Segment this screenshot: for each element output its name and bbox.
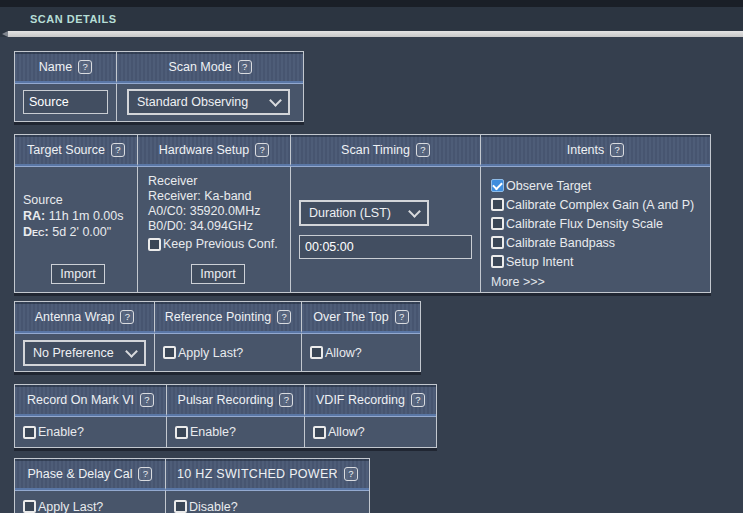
calibrate-bandpass-label: Calibrate Bandpass bbox=[506, 236, 615, 250]
help-icon[interactable]: ? bbox=[111, 143, 125, 157]
reference-pointing-label: Apply Last? bbox=[178, 346, 243, 360]
setup-intent-checkbox[interactable] bbox=[491, 255, 504, 268]
table-row: Apply Last? Disable? bbox=[15, 490, 369, 513]
help-icon[interactable]: ? bbox=[78, 60, 92, 74]
chevron-down-icon bbox=[125, 345, 138, 358]
pulsar-enable-checkbox[interactable] bbox=[175, 426, 188, 439]
help-icon[interactable]: ? bbox=[411, 393, 425, 407]
help-icon[interactable]: ? bbox=[138, 467, 152, 481]
hardware-receiver: Receiver: Ka-band bbox=[148, 189, 288, 204]
timing-type-selected-value: Duration (LST) bbox=[309, 206, 391, 220]
mark-vi-header-label: Record On Mark VI bbox=[27, 393, 134, 407]
target-source-column-header: Target Source? bbox=[15, 135, 137, 166]
mark-vi-enable-checkbox[interactable] bbox=[23, 426, 36, 439]
switched-power-disable-checkbox[interactable] bbox=[174, 500, 187, 513]
calibrate-bandpass-checkbox[interactable] bbox=[491, 236, 504, 249]
help-icon[interactable]: ? bbox=[416, 143, 430, 157]
splitter-arrow-icon bbox=[2, 31, 8, 37]
dec-value: 5d 2' 0.00" bbox=[52, 225, 111, 239]
scan-timing-header-label: Scan Timing bbox=[341, 143, 410, 157]
hardware-title: Receiver bbox=[148, 174, 288, 189]
over-the-top-label: Allow? bbox=[325, 346, 362, 360]
help-icon[interactable]: ? bbox=[277, 310, 291, 324]
over-the-top-column-header: Over The Top? bbox=[301, 302, 420, 333]
reference-pointing-header-label: Reference Pointing bbox=[165, 310, 271, 324]
import-source-button[interactable]: Import bbox=[51, 264, 104, 284]
antenna-wrap-select[interactable]: No Preference bbox=[23, 340, 146, 366]
table-row: No Preference Apply Last? Allow? bbox=[15, 333, 420, 371]
switched-power-column-header: 10 HZ SWITCHED POWER? bbox=[165, 459, 369, 490]
hardware-setup-header-label: Hardware Setup bbox=[159, 143, 249, 157]
calibrate-flux-density-label: Calibrate Flux Density Scale bbox=[506, 217, 663, 231]
help-icon[interactable]: ? bbox=[238, 60, 252, 74]
table-row: Enable? Enable? Allow? bbox=[15, 416, 436, 447]
reference-pointing-column-header: Reference Pointing? bbox=[154, 302, 301, 333]
antenna-wrap-selected-value: No Preference bbox=[33, 346, 114, 360]
target-source-ra: RA: 11h 1m 0.00s bbox=[23, 208, 133, 224]
over-the-top-checkbox[interactable] bbox=[310, 346, 323, 359]
help-icon[interactable]: ? bbox=[120, 310, 134, 324]
dec-label: Dec: bbox=[23, 225, 49, 239]
hardware-setup-column-header: Hardware Setup? bbox=[137, 135, 290, 166]
setup-intent-label: Setup Intent bbox=[506, 255, 573, 269]
calibrate-flux-density-checkbox[interactable] bbox=[491, 217, 504, 230]
scan-mode-column-header: Scan Mode? bbox=[116, 52, 303, 83]
phase-delay-apply-label: Apply Last? bbox=[38, 500, 103, 513]
help-icon[interactable]: ? bbox=[344, 467, 358, 481]
antenna-wrap-column-header: Antenna Wrap? bbox=[15, 302, 154, 333]
help-icon[interactable]: ? bbox=[255, 143, 269, 157]
name-scanmode-table: Name? Scan Mode? Standard Observing bbox=[14, 51, 304, 122]
calibrate-complex-gain-label: Calibrate Complex Gain (A and P) bbox=[506, 198, 694, 212]
scan-timing-column-header: Scan Timing? bbox=[290, 135, 480, 166]
scan-name-input[interactable] bbox=[23, 90, 108, 114]
vdif-recording-column-header: VDIF Recording? bbox=[304, 385, 436, 416]
help-icon[interactable]: ? bbox=[140, 393, 154, 407]
intent-row: Calibrate Flux Density Scale bbox=[491, 214, 708, 233]
hardware-a0c0: A0/C0: 35920.0MHz bbox=[148, 204, 288, 219]
scan-mode-selected-value: Standard Observing bbox=[137, 95, 248, 109]
more-intents-link[interactable]: More >>> bbox=[491, 275, 545, 289]
duration-input[interactable] bbox=[299, 235, 472, 259]
name-header-label: Name bbox=[39, 60, 72, 74]
table-row: Standard Observing bbox=[15, 83, 303, 121]
intents-cell: Observe Target Calibrate Complex Gain (A… bbox=[481, 167, 710, 292]
mark-vi-column-header: Record On Mark VI? bbox=[15, 385, 166, 416]
panel-splitter[interactable] bbox=[8, 31, 743, 37]
vdif-allow-checkbox[interactable] bbox=[313, 426, 326, 439]
timing-type-select[interactable]: Duration (LST) bbox=[299, 200, 429, 226]
phase-delay-column-header: Phase & Delay Cal? bbox=[15, 459, 165, 490]
ra-label: RA: bbox=[23, 209, 45, 223]
switched-power-disable-label: Disable? bbox=[189, 500, 238, 513]
calibrate-complex-gain-checkbox[interactable] bbox=[491, 198, 504, 211]
intents-header-label: Intents bbox=[567, 143, 605, 157]
scan-mode-select[interactable]: Standard Observing bbox=[127, 89, 290, 115]
pulsar-enable-label: Enable? bbox=[190, 425, 236, 439]
help-icon[interactable]: ? bbox=[610, 143, 624, 157]
vdif-allow-label: Allow? bbox=[328, 425, 365, 439]
target-source-header-label: Target Source bbox=[27, 143, 105, 157]
ra-value: 11h 1m 0.00s bbox=[49, 209, 124, 223]
observe-target-checkbox[interactable] bbox=[491, 179, 504, 192]
keep-previous-checkbox[interactable] bbox=[148, 238, 161, 251]
observe-target-label: Observe Target bbox=[506, 179, 591, 193]
recording-table: Record On Mark VI? Pulsar Recording? VDI… bbox=[14, 384, 437, 448]
masthead: SCAN DETAILS bbox=[0, 7, 743, 37]
vdif-recording-header-label: VDIF Recording bbox=[316, 393, 405, 407]
chevron-down-icon bbox=[269, 94, 282, 107]
import-hardware-button[interactable]: Import bbox=[191, 264, 244, 284]
name-column-header: Name? bbox=[15, 52, 116, 83]
scan-main-table: Target Source? Hardware Setup? Scan Timi… bbox=[14, 134, 711, 293]
scan-timing-cell: Duration (LST) bbox=[291, 167, 480, 292]
help-icon[interactable]: ? bbox=[279, 393, 293, 407]
table-row: Source RA: 11h 1m 0.00s Dec: 5d 2' 0.00"… bbox=[15, 166, 710, 292]
keep-previous-label: Keep Previous Conf. bbox=[163, 237, 278, 252]
help-icon[interactable]: ? bbox=[395, 310, 409, 324]
pulsar-recording-header-label: Pulsar Recording bbox=[178, 393, 274, 407]
phase-delay-apply-checkbox[interactable] bbox=[23, 500, 36, 513]
phase-delay-header-label: Phase & Delay Cal bbox=[28, 467, 133, 481]
reference-pointing-checkbox[interactable] bbox=[163, 346, 176, 359]
top-strip bbox=[0, 0, 743, 7]
target-source-cell: Source RA: 11h 1m 0.00s Dec: 5d 2' 0.00"… bbox=[15, 167, 137, 292]
over-the-top-header-label: Over The Top bbox=[313, 310, 388, 324]
hardware-setup-cell: Receiver Receiver: Ka-band A0/C0: 35920.… bbox=[138, 167, 290, 292]
